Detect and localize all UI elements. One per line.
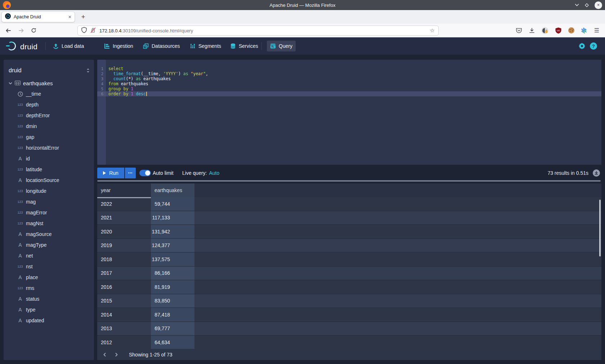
code-line-4[interactable]: from earthquakes (106, 81, 601, 86)
table-item-earthquakes[interactable]: earthquakes (4, 78, 94, 88)
extension-cookie-icon[interactable] (566, 24, 577, 37)
cell-year[interactable]: 2018 (97, 252, 151, 266)
cell-year[interactable]: 2015 (97, 294, 151, 308)
column-item-place[interactable]: Aplace (4, 272, 94, 283)
code-line-1[interactable]: select (106, 66, 601, 71)
double-caret-icon[interactable] (86, 68, 90, 73)
cell-earthquakes[interactable]: 131,942 (151, 225, 194, 238)
cell-year[interactable]: 2014 (97, 308, 151, 322)
column-item-updated[interactable]: Aupdated (4, 315, 94, 326)
column-name: depth (26, 102, 39, 108)
downloads-button[interactable] (526, 24, 537, 37)
cell-earthquakes[interactable]: 64,634 (151, 336, 194, 349)
forward-button[interactable] (16, 24, 27, 37)
back-button[interactable] (3, 24, 14, 37)
pagination-label: Showing 1-25 of 73 (129, 352, 172, 358)
pocket-button[interactable] (514, 24, 524, 37)
help-button[interactable]: ? (590, 42, 597, 50)
column-item-dmin[interactable]: 123dmin (4, 121, 94, 132)
column-item-id[interactable]: Aid (4, 153, 94, 164)
cell-year[interactable]: 2020 (97, 225, 151, 238)
cell-earthquakes[interactable]: 124,377 (151, 239, 194, 252)
column-item-magSource[interactable]: AmagSource (4, 229, 94, 240)
cell-earthquakes[interactable]: 83,850 (151, 294, 194, 308)
window-minimize-button[interactable] (575, 4, 579, 6)
nav-segments[interactable]: Segments (187, 41, 224, 51)
settings-gear-icon[interactable] (578, 42, 586, 50)
column-item-horizontalError[interactable]: 123horizontalError (4, 142, 94, 153)
column-item-latitude[interactable]: 123latitude (4, 164, 94, 175)
column-item-magError[interactable]: 123magError (4, 207, 94, 218)
editor-code[interactable]: select time_format(__time, 'YYYY') as "y… (106, 60, 601, 165)
nav-ingestion[interactable]: Ingestion (101, 41, 136, 51)
cell-year[interactable]: 2022 (97, 197, 151, 211)
cell-earthquakes[interactable]: 137,575 (151, 252, 194, 266)
nav-query[interactable]: Query (267, 41, 296, 51)
run-button[interactable]: Run (97, 168, 124, 178)
cell-year[interactable]: 2017 (97, 267, 151, 280)
cell-earthquakes[interactable]: 81,919 (151, 280, 194, 294)
url-bar[interactable]: 172.18.0.4 :30109/unified-console.html#q… (77, 26, 439, 36)
live-query-label: Live query:Auto (182, 168, 219, 178)
run-more-button[interactable]: ••• (125, 168, 136, 178)
svg-text:UO: UO (557, 29, 560, 32)
cell-year[interactable]: 2013 (97, 322, 151, 336)
auto-limit-toggle[interactable] (139, 170, 151, 176)
code-line-3[interactable]: count(*) as earthquakes (106, 76, 601, 81)
page-next-button[interactable] (112, 351, 120, 359)
column-item-magNst[interactable]: 123magNst (4, 218, 94, 229)
insecure-lock-icon[interactable] (90, 27, 96, 34)
reload-button[interactable] (28, 24, 39, 37)
results-summary: 73 results in 0.51s (547, 168, 588, 178)
cell-earthquakes[interactable]: 87,418 (151, 308, 194, 322)
column-item-mag[interactable]: 123mag (4, 196, 94, 207)
column-item-nst[interactable]: 123nst (4, 261, 94, 272)
column-header-year[interactable]: year (97, 183, 151, 197)
window-close-button[interactable]: × (595, 1, 602, 9)
nav-services[interactable]: Services (227, 41, 261, 51)
browser-tab[interactable]: Apache Druid × (1, 12, 75, 22)
column-item-net[interactable]: Anet (4, 250, 94, 261)
vertical-scrollbar[interactable] (599, 200, 601, 256)
cell-earthquakes[interactable]: 69,777 (151, 322, 194, 336)
live-query-value[interactable]: Auto (209, 170, 219, 176)
cell-year[interactable]: 2021 (97, 211, 151, 225)
sql-editor[interactable]: 123456 select time_format(__time, 'YYYY'… (97, 60, 601, 165)
column-item-depthError[interactable]: 123depthError (4, 110, 94, 121)
new-tab-button[interactable]: + (78, 12, 89, 22)
cell-earthquakes[interactable]: 59,744 (151, 197, 194, 211)
window-maximize-button[interactable] (584, 3, 589, 8)
cell-earthquakes[interactable]: 86,166 (151, 267, 194, 280)
cell-earthquakes[interactable]: 117,133 (151, 211, 194, 225)
nav-datasources[interactable]: Datasources (140, 41, 183, 51)
extension-privacy-icon[interactable] (539, 24, 550, 37)
column-item-type[interactable]: Atype (4, 304, 94, 315)
column-item-depth[interactable]: 123depth (4, 99, 94, 110)
nav-load-data[interactable]: Load data (50, 41, 87, 51)
horizontal-scrollbar[interactable] (97, 180, 601, 182)
code-line-2[interactable]: time_format(__time, 'YYYY') as "year", (106, 71, 601, 76)
column-item-longitude[interactable]: 123longitude (4, 186, 94, 196)
column-item-locationSource[interactable]: AlocationSource (4, 175, 94, 186)
code-line-6[interactable]: order by 1 desc (106, 91, 601, 96)
column-header-earthquakes[interactable]: earthquakes (151, 183, 194, 197)
cell-year[interactable]: 2016 (97, 280, 151, 294)
cell-year[interactable]: 2019 (97, 239, 151, 252)
menu-button[interactable]: ☰ (591, 24, 602, 37)
page-previous-button[interactable] (101, 351, 109, 359)
column-item-status[interactable]: Astatus (4, 294, 94, 304)
results-body: 202259,7442021117,1332020131,9422019124,… (97, 197, 601, 349)
column-item-rms[interactable]: 123rms (4, 283, 94, 294)
column-item-magType[interactable]: AmagType (4, 240, 94, 250)
string-type-icon: A (16, 296, 24, 302)
shield-icon[interactable] (81, 27, 87, 34)
tab-close-icon[interactable]: × (68, 14, 71, 19)
column-item-__time[interactable]: __time (4, 88, 94, 99)
bookmark-star-icon[interactable]: ☆ (430, 27, 435, 34)
column-item-gap[interactable]: 123gap (4, 132, 94, 142)
download-results-button[interactable] (593, 169, 600, 177)
extension-ublock-icon[interactable]: UO (553, 24, 564, 37)
cell-year[interactable]: 2012 (97, 336, 151, 349)
extension-asterisk-icon[interactable]: ✻ (578, 24, 589, 37)
code-line-5[interactable]: group by 1 (106, 86, 601, 91)
